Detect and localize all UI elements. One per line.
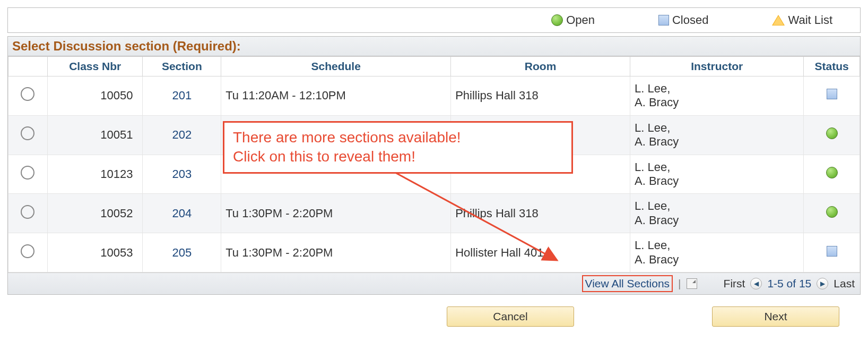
nav-first[interactable]: First <box>724 277 745 290</box>
nav-next-icon[interactable]: ▶ <box>817 278 828 289</box>
waitlist-icon <box>772 15 785 25</box>
select-radio[interactable] <box>21 166 34 180</box>
select-radio[interactable] <box>21 205 34 219</box>
schedule-cell: Tu 1:30PM - 2:20PM <box>221 233 451 272</box>
select-radio[interactable] <box>21 87 34 101</box>
table-row: 10052204Tu 1:30PM - 2:20PMPhillips Hall … <box>8 194 860 233</box>
legend-open: Open <box>551 13 595 27</box>
legend-waitlist: Wait List <box>772 13 832 27</box>
section-link[interactable]: 205 <box>147 246 216 260</box>
room-cell: Phillips Hall 318 <box>451 76 630 116</box>
class-nbr-cell: 10053 <box>47 233 143 272</box>
instructor-cell: L. Lee,A. Bracy <box>630 155 804 194</box>
open-icon <box>826 206 838 218</box>
table-row: 10053205Tu 1:30PM - 2:20PMHollister Hall… <box>8 233 860 272</box>
table-footer: View All Sections | First ◀ 1-5 of 15 ▶ … <box>8 272 860 294</box>
open-icon <box>551 14 563 26</box>
section-link[interactable]: 203 <box>147 167 216 181</box>
schedule-cell: Tu 11:20AM - 12:10PM <box>221 76 451 116</box>
section-link[interactable]: 202 <box>147 128 216 142</box>
legend-closed-label: Closed <box>672 13 708 27</box>
status-cell <box>804 194 860 233</box>
legend-closed: Closed <box>658 13 708 27</box>
cancel-button[interactable]: Cancel <box>447 306 574 327</box>
status-cell <box>804 233 860 272</box>
nav-range[interactable]: 1-5 of 15 <box>767 277 811 290</box>
section-link[interactable]: 201 <box>147 89 216 103</box>
open-icon <box>826 167 838 178</box>
next-button[interactable]: Next <box>712 306 839 327</box>
popout-icon[interactable] <box>687 278 697 289</box>
room-cell: Phillips Hall 318 <box>451 194 630 233</box>
class-nbr-cell: 10052 <box>47 194 143 233</box>
legend-waitlist-label: Wait List <box>788 13 832 27</box>
instructor-cell: L. Lee,A. Bracy <box>630 194 804 233</box>
nav-last[interactable]: Last <box>834 277 855 290</box>
select-radio[interactable] <box>21 126 34 140</box>
class-nbr-cell: 10051 <box>47 115 143 155</box>
footer-separator: | <box>678 277 681 290</box>
instructor-cell: L. Lee,A. Bracy <box>630 115 804 155</box>
room-cell: Hollister Hall 401 <box>451 233 630 272</box>
select-radio[interactable] <box>21 244 34 258</box>
schedule-cell: Tu 1:30PM - 2:20PM <box>221 194 451 233</box>
closed-icon <box>827 89 837 99</box>
table-row: 10050201Tu 11:20AM - 12:10PMPhillips Hal… <box>8 76 860 116</box>
closed-icon <box>658 15 669 25</box>
status-cell <box>804 115 860 155</box>
col-instructor[interactable]: Instructor <box>630 57 804 76</box>
annotation-line2: Click on this to reveal them! <box>233 147 563 166</box>
col-section[interactable]: Section <box>143 57 221 76</box>
button-row: Cancel Next <box>7 306 839 327</box>
annotation-line1: There are more sections available! <box>233 128 563 147</box>
col-schedule[interactable]: Schedule <box>221 57 451 76</box>
view-all-sections-link[interactable]: View All Sections <box>582 275 673 292</box>
col-room[interactable]: Room <box>451 57 630 76</box>
nav-prev-icon[interactable]: ◀ <box>750 278 762 289</box>
class-nbr-cell: 10123 <box>47 155 143 194</box>
status-legend-bar: Open Closed Wait List <box>7 7 861 33</box>
instructor-cell: L. Lee,A. Bracy <box>630 76 804 116</box>
class-nbr-cell: 10050 <box>47 76 143 116</box>
col-select <box>8 57 48 76</box>
instructor-cell: L. Lee,A. Bracy <box>630 233 804 272</box>
closed-icon <box>827 246 837 257</box>
col-status[interactable]: Status <box>804 57 860 76</box>
section-link[interactable]: 204 <box>147 207 216 220</box>
legend-open-label: Open <box>566 13 595 27</box>
section-title: Select Discussion section (Required): <box>8 37 860 56</box>
annotation-callout: There are more sections available! Click… <box>223 121 573 174</box>
status-cell <box>804 76 860 116</box>
status-cell <box>804 155 860 194</box>
open-icon <box>826 127 838 139</box>
col-class-nbr[interactable]: Class Nbr <box>47 57 143 76</box>
